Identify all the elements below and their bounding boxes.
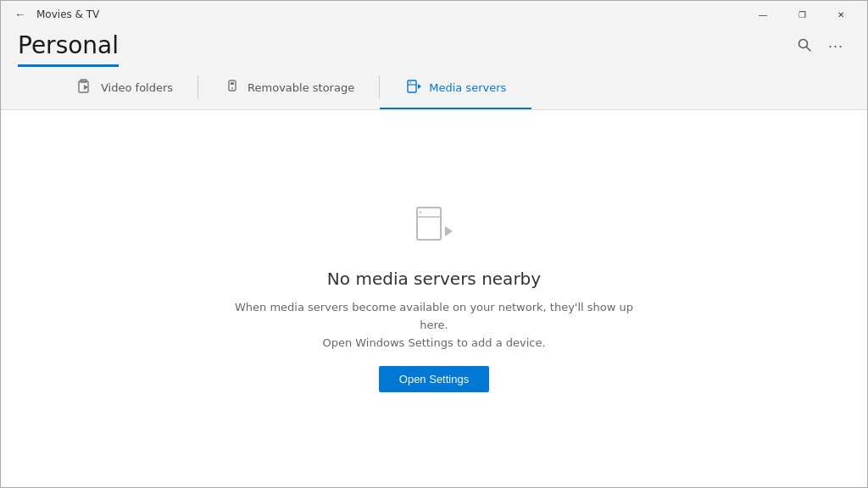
svg-rect-8 [408,80,416,92]
svg-rect-5 [229,80,236,91]
svg-point-10 [409,82,411,84]
empty-state-icon [413,205,455,255]
main-content: No media servers nearby When media serve… [1,110,867,487]
tab-media-servers[interactable]: Media servers [380,67,531,109]
svg-rect-6 [231,82,234,85]
app-title: Movies & TV [36,8,99,20]
back-button[interactable]: ← [11,4,30,25]
tab-video-folders[interactable]: Video folders [52,67,198,109]
removable-storage-icon [224,77,241,97]
tab-bar: Video folders Removable storage Media se… [1,67,867,110]
empty-state-title: No media servers nearby [327,269,541,289]
video-folders-icon [77,77,94,97]
svg-marker-15 [445,226,453,236]
svg-marker-11 [418,84,421,89]
tab-removable-storage-label: Removable storage [248,81,354,94]
page-title-wrap: Personal [18,31,119,67]
svg-point-14 [420,212,421,214]
header: Personal ··· [1,28,867,67]
header-actions: ··· [791,32,850,67]
svg-point-7 [231,87,233,89]
more-icon: ··· [828,37,843,55]
search-icon [798,38,811,55]
empty-state: No media servers nearby When media serve… [231,205,637,391]
svg-marker-4 [84,85,88,90]
minimize-button[interactable]: — [743,1,782,28]
close-button[interactable]: ✕ [821,1,860,28]
more-button[interactable]: ··· [821,32,850,60]
search-button[interactable] [791,33,818,60]
title-bar-controls: — ❐ ✕ [743,1,860,28]
restore-button[interactable]: ❐ [782,1,821,28]
tab-removable-storage[interactable]: Removable storage [198,67,380,109]
title-bar: ← Movies & TV — ❐ ✕ [1,1,867,28]
media-servers-icon [405,77,422,97]
open-settings-button[interactable]: Open Settings [379,366,489,392]
empty-state-description: When media servers become available on y… [231,299,637,352]
tab-media-servers-label: Media servers [429,81,506,94]
tab-video-folders-label: Video folders [101,81,173,94]
back-icon: ← [14,8,26,21]
title-bar-left: ← Movies & TV [11,4,99,25]
svg-line-1 [806,47,810,51]
page-title: Personal [18,31,119,64]
